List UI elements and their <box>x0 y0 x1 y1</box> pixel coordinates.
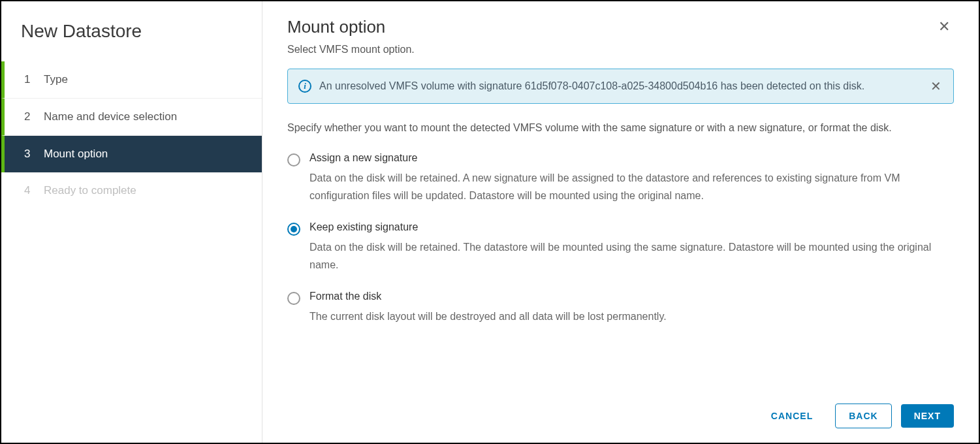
dialog-footer: CANCEL BACK NEXT <box>758 404 954 428</box>
option-keep-existing-signature[interactable]: Keep existing signature Data on the disk… <box>287 221 954 274</box>
option-body: Format the disk The current disk layout … <box>309 291 954 325</box>
option-label[interactable]: Assign a new signature <box>309 152 954 164</box>
option-body: Assign a new signature Data on the disk … <box>309 152 954 204</box>
option-body: Keep existing signature Data on the disk… <box>309 221 954 274</box>
step-type[interactable]: 1 Type <box>1 61 262 99</box>
option-label[interactable]: Keep existing signature <box>309 221 954 233</box>
option-description: Data on the disk will be retained. A new… <box>309 169 954 204</box>
info-alert: i An unresolved VMFS volume with signatu… <box>287 69 954 104</box>
step-name-device[interactable]: 2 Name and device selection <box>1 99 262 136</box>
next-button[interactable]: NEXT <box>901 404 954 428</box>
page-subtitle: Select VMFS mount option. <box>287 44 954 56</box>
wizard-sidebar: New Datastore 1 Type 2 Name and device s… <box>1 1 262 443</box>
step-ready-complete: 4 Ready to complete <box>1 172 262 209</box>
step-number: 2 <box>24 110 35 123</box>
cancel-button[interactable]: CANCEL <box>758 404 826 428</box>
back-button[interactable]: BACK <box>835 404 891 428</box>
radio-format-disk[interactable] <box>287 292 300 305</box>
wizard-title: New Datastore <box>1 14 262 61</box>
option-assign-new-signature[interactable]: Assign a new signature Data on the disk … <box>287 152 954 204</box>
page-title: Mount option <box>287 17 385 37</box>
main-panel: Mount option ✕ Select VMFS mount option.… <box>262 1 979 443</box>
step-mount-option[interactable]: 3 Mount option <box>1 136 262 172</box>
step-label: Type <box>44 73 68 86</box>
step-label: Mount option <box>44 148 108 161</box>
step-label: Name and device selection <box>44 110 177 123</box>
option-format-disk[interactable]: Format the disk The current disk layout … <box>287 291 954 325</box>
radio-assign-new-signature[interactable] <box>287 153 300 166</box>
main-header: Mount option ✕ <box>287 17 954 44</box>
radio-keep-existing-signature[interactable] <box>287 223 300 236</box>
step-number: 4 <box>24 184 35 197</box>
option-description: The current disk layout will be destroye… <box>309 308 954 325</box>
step-label: Ready to complete <box>44 184 136 197</box>
alert-text: An unresolved VMFS volume with signature… <box>319 78 921 94</box>
wizard-steps: 1 Type 2 Name and device selection 3 Mou… <box>1 61 262 209</box>
mount-options-group: Assign a new signature Data on the disk … <box>287 152 954 343</box>
step-number: 3 <box>24 148 35 161</box>
step-number: 1 <box>24 73 35 86</box>
description-text: Specify whether you want to mount the de… <box>287 119 954 136</box>
option-label[interactable]: Format the disk <box>309 291 954 302</box>
close-icon[interactable]: ✕ <box>934 17 954 37</box>
info-icon: i <box>298 80 311 93</box>
new-datastore-dialog: New Datastore 1 Type 2 Name and device s… <box>0 0 980 444</box>
option-description: Data on the disk will be retained. The d… <box>309 238 954 274</box>
alert-close-icon[interactable]: ✕ <box>929 78 943 94</box>
